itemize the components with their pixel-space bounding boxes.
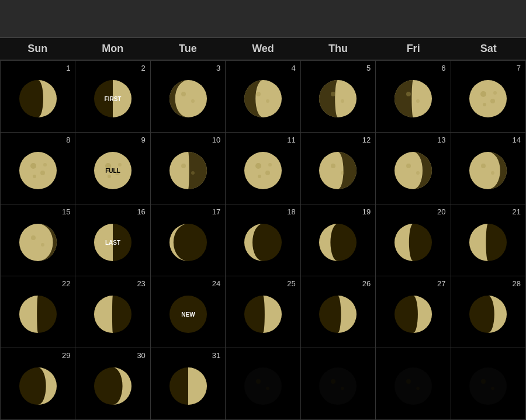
calendar-cell-25[interactable]: 25 [226, 276, 300, 348]
cell-date-number: 14 [513, 136, 521, 144]
svg-point-29 [118, 163, 122, 166]
calendar-cell-empty [301, 348, 376, 420]
calendar-cell-19[interactable]: 19 [301, 204, 376, 276]
moon-phase-image [242, 293, 284, 335]
moon-phase-image [167, 221, 209, 263]
day-headers-row: Sun Mon Tue Wed Thu Fri Sat [0, 38, 526, 60]
cell-date-number: 21 [513, 207, 521, 216]
svg-text:LAST: LAST [105, 239, 120, 246]
svg-point-78 [469, 367, 507, 405]
svg-point-44 [416, 171, 420, 175]
moon-phase-image [317, 293, 359, 335]
svg-point-47 [491, 171, 494, 175]
moon-phase-image: FULL [92, 150, 134, 192]
calendar-cell-12[interactable]: 12 [301, 133, 376, 204]
svg-point-37 [258, 175, 261, 178]
cell-date-number: 22 [62, 279, 70, 288]
moon-phase-image [17, 78, 59, 120]
calendar-cell-29[interactable]: 29 [1, 348, 75, 420]
svg-point-28 [108, 175, 111, 178]
calendar-cell-8[interactable]: 8 [1, 133, 75, 204]
calendar-cell-1[interactable]: 1 [1, 61, 75, 133]
svg-point-35 [255, 163, 261, 169]
moon-phase-image [317, 365, 359, 407]
calendar-cell-7[interactable]: 7 [451, 61, 526, 133]
calendar-wrapper: Sun Mon Tue Wed Thu Fri Sat 1 2 FIRST 3 … [0, 0, 526, 420]
svg-point-8 [266, 99, 269, 103]
svg-point-49 [31, 235, 36, 240]
cell-date-number: 9 [141, 136, 146, 144]
calendar-grid: 1 2 FIRST 3 4 5 6 7 [0, 60, 526, 420]
moon-phase-image [467, 365, 509, 407]
calendar-cell-6[interactable]: 6 [376, 61, 451, 133]
svg-point-77 [416, 387, 420, 390]
svg-point-72 [319, 367, 357, 405]
cell-date-number: 15 [62, 207, 70, 216]
svg-point-4 [181, 92, 186, 96]
day-header-sat: Sat [451, 38, 526, 60]
calendar-cell-15[interactable]: 15 [1, 204, 75, 276]
calendar-cell-22[interactable]: 22 [1, 276, 75, 348]
calendar-cell-3[interactable]: 3 [151, 61, 226, 133]
calendar-cell-5[interactable]: 5 [301, 61, 376, 133]
calendar-cell-23[interactable]: 23 [75, 276, 150, 348]
calendar-cell-24[interactable]: 24 NEW [151, 276, 226, 348]
day-header-fri: Fri [376, 38, 451, 60]
cell-date-number: 2 [141, 64, 146, 72]
calendar-cell-14[interactable]: 14 [451, 133, 526, 204]
calendar-cell-26[interactable]: 26 [301, 276, 376, 348]
svg-point-76 [406, 379, 411, 384]
moon-phase-image [167, 365, 209, 407]
svg-point-33 [191, 171, 195, 175]
moon-phase-image: NEW [167, 293, 209, 335]
cell-date-number: 3 [216, 64, 220, 72]
moon-phase-image [317, 78, 359, 120]
svg-point-43 [406, 164, 411, 168]
svg-point-34 [244, 152, 282, 189]
moon-phase-image [17, 293, 59, 335]
svg-point-46 [481, 164, 486, 168]
moon-phase-image [17, 221, 59, 263]
moon-phase-image [392, 365, 434, 407]
moon-phase-image [242, 150, 284, 192]
calendar-cell-17[interactable]: 17 [151, 204, 226, 276]
moon-phase-image [392, 293, 434, 335]
svg-text:FIRST: FIRST [105, 96, 122, 102]
cell-date-number: 12 [362, 136, 371, 144]
calendar-cell-11[interactable]: 11 [226, 133, 300, 204]
svg-point-40 [331, 164, 335, 168]
svg-point-32 [181, 164, 186, 168]
calendar-cell-13[interactable]: 13 [376, 133, 451, 204]
moon-phase-image [467, 293, 509, 335]
moon-phase-image [167, 150, 209, 192]
svg-point-24 [43, 163, 47, 166]
calendar-cell-20[interactable]: 20 [376, 204, 451, 276]
calendar-cell-9[interactable]: 9 FULL [75, 133, 150, 204]
calendar-cell-16[interactable]: 16 LAST [75, 204, 150, 276]
svg-point-79 [481, 379, 486, 384]
moon-phase-image [392, 221, 434, 263]
svg-point-7 [256, 92, 261, 96]
calendar-cell-21[interactable]: 21 [451, 204, 526, 276]
calendar-cell-28[interactable]: 28 [451, 276, 526, 348]
moon-phase-image [467, 78, 509, 120]
calendar-cell-10[interactable]: 10 [151, 133, 226, 204]
calendar-cell-30[interactable]: 30 [75, 348, 150, 420]
calendar-cell-31[interactable]: 31 [151, 348, 226, 420]
cell-date-number: 29 [62, 351, 70, 360]
calendar-cell-27[interactable]: 27 [376, 276, 451, 348]
svg-point-73 [331, 379, 335, 384]
svg-text:NEW: NEW [181, 311, 195, 318]
moon-phase-image [317, 221, 359, 263]
calendar-cell-18[interactable]: 18 [226, 204, 300, 276]
cell-date-number: 17 [212, 207, 220, 216]
svg-point-17 [490, 99, 495, 103]
calendar-cell-4[interactable]: 4 [226, 61, 300, 133]
moon-phase-image [92, 293, 134, 335]
moon-phase-image: LAST [92, 221, 134, 263]
svg-point-50 [41, 243, 44, 247]
moon-phase-image [392, 78, 434, 120]
moon-phase-image [242, 221, 284, 263]
moon-phase-image: FIRST [92, 78, 134, 120]
calendar-cell-2[interactable]: 2 FIRST [75, 61, 150, 133]
